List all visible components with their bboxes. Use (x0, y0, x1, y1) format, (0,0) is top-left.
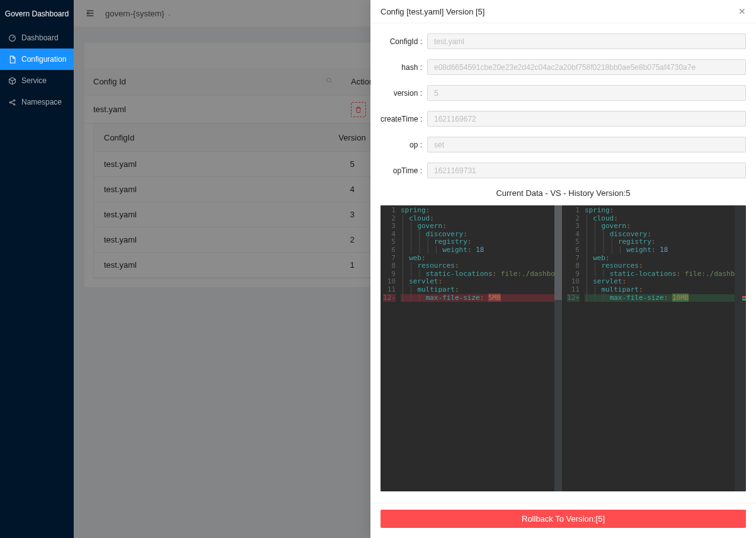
sidebar: Govern Dashboard Dashboard Configuration… (0, 0, 74, 538)
rollback-button[interactable]: Rollback To Version:[5] (381, 510, 746, 528)
sidebar-item-namespace[interactable]: Namespace (0, 91, 74, 113)
label-op: op (381, 140, 422, 149)
sidebar-item-label: Service (21, 76, 47, 85)
label-createtime: createTime (381, 115, 422, 123)
svg-point-1 (9, 101, 11, 103)
share-icon (8, 98, 16, 106)
svg-point-2 (13, 100, 14, 101)
field-createtime: 1621169672 (427, 111, 746, 127)
label-hash: hash (381, 63, 422, 72)
label-configid: ConfigId (381, 37, 422, 46)
cube-icon (8, 76, 16, 85)
minimap[interactable] (735, 205, 746, 491)
scrollbar[interactable] (554, 205, 562, 491)
field-version: 5 (427, 85, 746, 101)
drawer-title: Config [test.yaml] Version [5] (381, 7, 484, 16)
config-drawer: Config [test.yaml] Version [5] ✕ ConfigI… (370, 0, 756, 538)
code-current: spring:│ cloud:│ │ govern:│ │ │ discover… (399, 205, 562, 491)
diff-pane-history[interactable]: 123456789101112+ spring:│ cloud:│ │ gove… (564, 205, 746, 491)
close-icon[interactable]: ✕ (738, 6, 746, 16)
sidebar-item-label: Namespace (21, 98, 62, 106)
sidebar-item-label: Dashboard (21, 33, 59, 42)
diff-title: Current Data - VS - History Version:5 (381, 188, 746, 198)
field-optime: 1621169731 (427, 163, 746, 178)
field-op: set (427, 137, 746, 152)
app-title: Govern Dashboard (0, 0, 74, 27)
dashboard-icon (8, 33, 16, 42)
sidebar-item-dashboard[interactable]: Dashboard (0, 27, 74, 49)
file-icon (8, 55, 16, 64)
main: govern-{system} ⌄ Config Id Action test. (74, 0, 756, 538)
diff-viewer: 123456789101112- spring:│ cloud:│ │ gove… (381, 205, 746, 491)
sidebar-item-configuration[interactable]: Configuration (0, 49, 74, 70)
label-version: version (381, 89, 422, 98)
line-gutter: 123456789101112+ (564, 205, 583, 491)
field-hash: e08d6654591cbe20e23e2d42c04ac2a20bf758f0… (427, 59, 746, 75)
drawer-footer: Rollback To Version:[5] (370, 503, 756, 538)
code-history: spring:│ cloud:│ │ govern:│ │ │ discover… (583, 205, 735, 491)
drawer-body: ConfigId test.yaml hash e08d6654591cbe20… (370, 23, 756, 503)
sidebar-item-label: Configuration (21, 55, 66, 64)
diff-pane-current[interactable]: 123456789101112- spring:│ cloud:│ │ gove… (381, 205, 562, 491)
svg-point-3 (13, 103, 14, 105)
sidebar-item-service[interactable]: Service (0, 70, 74, 91)
drawer-header: Config [test.yaml] Version [5] ✕ (370, 0, 756, 23)
label-optime: opTime (381, 166, 422, 175)
line-gutter: 123456789101112- (381, 205, 399, 491)
field-configid: test.yaml (427, 33, 746, 49)
